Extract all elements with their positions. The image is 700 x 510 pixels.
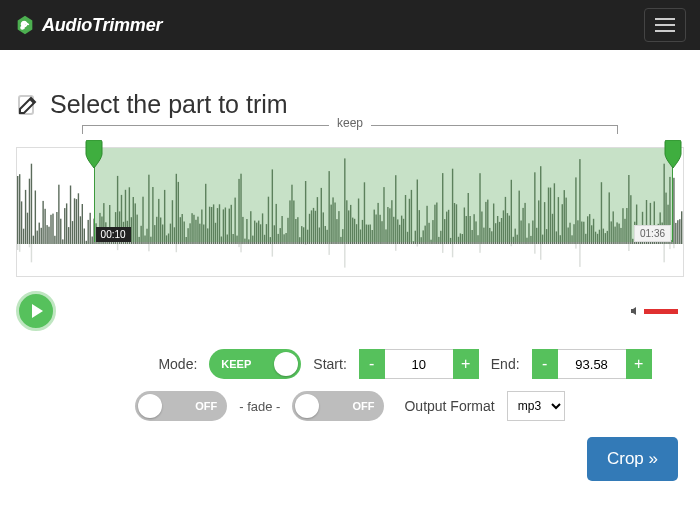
start-increment-button[interactable]: +	[453, 349, 479, 379]
svg-rect-606	[534, 244, 535, 254]
svg-rect-32	[76, 199, 77, 244]
svg-rect-455	[238, 244, 239, 247]
svg-rect-7	[27, 213, 28, 244]
play-button[interactable]	[16, 291, 56, 331]
svg-rect-654	[628, 244, 629, 251]
end-input[interactable]	[558, 349, 626, 379]
selection-overlay[interactable]	[94, 148, 673, 242]
svg-rect-31	[74, 198, 75, 244]
svg-rect-409	[148, 244, 149, 251]
svg-rect-29	[70, 186, 71, 245]
svg-rect-342	[17, 244, 18, 250]
svg-rect-4	[21, 201, 22, 244]
svg-rect-564	[452, 244, 453, 257]
svg-rect-21	[54, 236, 55, 244]
end-label: End:	[491, 356, 520, 372]
svg-rect-38	[87, 220, 88, 244]
svg-rect-627	[575, 244, 576, 249]
end-increment-button[interactable]: +	[626, 349, 652, 379]
svg-rect-19	[50, 215, 51, 244]
edit-icon	[16, 93, 40, 117]
svg-rect-629	[579, 244, 580, 267]
svg-rect-27	[66, 203, 67, 244]
output-format-select[interactable]: mp3	[507, 391, 565, 421]
toggle-knob	[274, 352, 298, 376]
fade-label: - fade -	[239, 399, 280, 414]
toggle-knob	[295, 394, 319, 418]
start-time-badge: 00:10	[96, 227, 131, 242]
fade-in-toggle[interactable]: OFF	[135, 391, 227, 421]
start-decrement-button[interactable]: -	[359, 349, 385, 379]
fade-out-toggle-label: OFF	[352, 400, 374, 412]
svg-rect-546	[417, 244, 418, 247]
volume-control[interactable]	[630, 306, 678, 316]
svg-rect-341	[681, 211, 682, 244]
keep-bracket: keep	[82, 125, 618, 141]
svg-rect-15	[42, 201, 43, 244]
svg-rect-6	[25, 190, 26, 244]
logo-icon	[14, 14, 36, 36]
svg-rect-3	[19, 174, 20, 244]
svg-rect-35	[82, 204, 83, 244]
svg-rect-20	[52, 214, 53, 244]
svg-rect-677	[673, 244, 674, 248]
svg-point-0	[20, 26, 24, 30]
svg-rect-26	[64, 208, 65, 244]
svg-rect-34	[80, 216, 81, 244]
svg-rect-24	[60, 219, 61, 244]
logo[interactable]: AudioTrimmer	[14, 14, 162, 36]
crop-button[interactable]: Crop »	[587, 437, 678, 481]
svg-rect-343	[19, 244, 20, 252]
fade-in-toggle-label: OFF	[195, 400, 217, 412]
svg-rect-672	[663, 244, 664, 262]
waveform[interactable]: 00:10 01:36	[16, 147, 684, 277]
keep-bracket-label: keep	[329, 116, 371, 130]
svg-rect-489	[305, 244, 306, 245]
svg-rect-16	[44, 209, 45, 244]
svg-rect-594	[511, 244, 512, 246]
svg-rect-609	[540, 244, 541, 260]
svg-rect-2	[17, 176, 18, 244]
svg-rect-13	[39, 223, 40, 244]
start-label: Start:	[313, 356, 346, 372]
svg-rect-338	[675, 223, 676, 244]
svg-rect-11	[35, 191, 36, 245]
svg-rect-36	[84, 229, 85, 245]
mode-toggle[interactable]: KEEP	[209, 349, 301, 379]
svg-rect-348	[29, 244, 30, 247]
svg-rect-18	[48, 227, 49, 244]
svg-rect-23	[58, 185, 59, 244]
play-icon	[29, 303, 45, 319]
end-time-badge: 01:36	[634, 225, 671, 242]
mode-label: Mode:	[158, 356, 197, 372]
svg-rect-559	[442, 244, 443, 253]
svg-rect-17	[46, 225, 47, 244]
fade-out-toggle[interactable]: OFF	[292, 391, 384, 421]
volume-icon	[630, 306, 640, 316]
menu-button[interactable]	[644, 8, 686, 42]
svg-rect-10	[33, 236, 34, 244]
navbar: AudioTrimmer	[0, 0, 700, 50]
end-decrement-button[interactable]: -	[532, 349, 558, 379]
svg-rect-22	[56, 212, 57, 244]
svg-rect-9	[31, 164, 32, 244]
svg-rect-509	[344, 244, 345, 268]
svg-rect-30	[72, 221, 73, 244]
svg-rect-456	[240, 244, 241, 252]
svg-rect-39	[89, 213, 90, 244]
svg-rect-423	[176, 244, 177, 252]
svg-rect-337	[673, 178, 674, 244]
start-input[interactable]	[385, 349, 453, 379]
volume-bar[interactable]	[644, 309, 678, 314]
logo-text: AudioTrimmer	[42, 15, 162, 36]
svg-rect-8	[29, 179, 30, 244]
svg-rect-675	[669, 244, 670, 249]
selection-handle-right[interactable]	[664, 140, 682, 170]
toggle-knob	[138, 394, 162, 418]
svg-rect-12	[37, 231, 38, 244]
selection-handle-left[interactable]	[85, 140, 103, 170]
svg-rect-28	[68, 227, 69, 244]
svg-rect-472	[272, 244, 273, 257]
svg-rect-501	[328, 244, 329, 255]
svg-rect-14	[41, 228, 42, 244]
